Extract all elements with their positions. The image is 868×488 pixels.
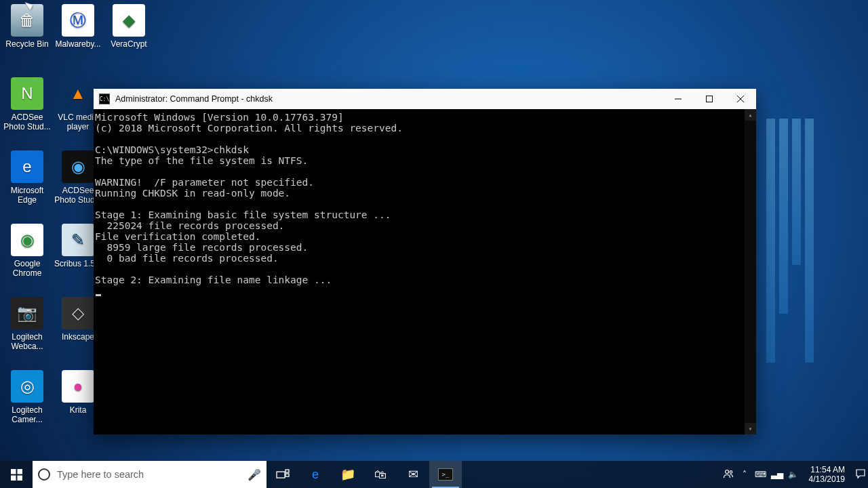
svg-rect-9 [285, 470, 289, 472]
desktop-icon-recycle-bin[interactable]: 🗑Recycle Bin [2, 4, 52, 49]
terminal-line: 225024 file records processed. [95, 220, 756, 231]
app-icon: N [11, 77, 43, 110]
icon-label: VeraCrypt [104, 39, 154, 49]
desktop-icon-logitech-webca-[interactable]: 📷Logitech Webca... [2, 297, 52, 351]
terminal-line [95, 264, 756, 274]
terminal-line: 8959 large file records processed. [95, 242, 756, 253]
terminal-line [95, 166, 756, 177]
desktop-icon-google-chrome[interactable]: ◉Google Chrome [2, 224, 52, 278]
terminal-line [95, 134, 756, 144]
minimize-button[interactable] [663, 89, 694, 109]
taskbar-mail[interactable]: ✉ [397, 461, 429, 488]
svg-rect-4 [11, 469, 16, 474]
app-icon: ▲ [62, 77, 94, 110]
text-cursor [96, 294, 101, 296]
icon-label: Recycle Bin [2, 39, 52, 49]
terminal-line: Stage 2: Examining file name linkage ... [95, 274, 756, 285]
app-icon: ✎ [62, 224, 94, 256]
mail-icon: ✉ [408, 467, 418, 482]
app-icon: ◇ [62, 297, 94, 329]
taskbar-store[interactable]: 🛍 [364, 461, 397, 488]
taskbar-cmd-prompt[interactable]: >_ [429, 461, 462, 488]
desktop-icon-microsoft-edge[interactable]: eMicrosoft Edge [2, 150, 52, 205]
clock[interactable]: 11:54 AM 4/13/2019 [804, 465, 850, 484]
edge-icon: e [312, 468, 319, 482]
taskbar-file-explorer[interactable]: 📁 [332, 461, 364, 488]
terminal-line [95, 199, 756, 209]
app-icon: Ⓜ [62, 4, 94, 37]
cmd-window[interactable]: C:\ Administrator: Command Prompt - chkd… [94, 89, 756, 434]
desktop-icon-acdsee-photo-stud-[interactable]: NACDSee Photo Stud... [2, 77, 52, 131]
scroll-down-icon[interactable]: ▾ [745, 423, 756, 434]
search-box[interactable]: Type here to search 🎤 [33, 461, 267, 488]
wallpaper-decoration [766, 119, 814, 363]
svg-rect-6 [11, 475, 16, 481]
app-icon: ◆ [113, 4, 145, 37]
terminal-line: Stage 1: Examining basic file system str… [95, 209, 756, 220]
clock-time: 11:54 AM [809, 465, 845, 474]
maximize-button[interactable] [694, 89, 725, 109]
speaker-icon[interactable]: 🔈 [787, 470, 800, 479]
icon-label: Malwareby... [53, 39, 103, 49]
titlebar[interactable]: C:\ Administrator: Command Prompt - chkd… [94, 89, 756, 109]
icon-label: Logitech Webca... [2, 332, 52, 351]
window-title: Administrator: Command Prompt - chkdsk [115, 94, 663, 104]
store-icon: 🛍 [374, 468, 387, 482]
icon-label: Logitech Camer... [2, 405, 52, 424]
system-tray[interactable]: ˄ ⌨ ▃▅ 🔈 11:54 AM 4/13/2019 [722, 461, 868, 488]
task-view-icon [276, 469, 290, 480]
icon-label: Microsoft Edge [2, 186, 52, 205]
app-icon: 🗑 [11, 4, 43, 37]
vertical-scrollbar[interactable]: ▴ ▾ [745, 109, 756, 434]
app-icon: ◉ [62, 150, 94, 183]
action-center-icon[interactable] [854, 468, 867, 481]
app-icon: e [11, 150, 43, 183]
app-icon: 📷 [11, 297, 43, 329]
terminal-line: C:\WINDOWS\system32>chkdsk [95, 144, 756, 155]
desktop-icon-malwareby-[interactable]: ⓂMalwareby... [53, 4, 103, 49]
desktop-icon-logitech-camer-[interactable]: ◎Logitech Camer... [2, 370, 52, 424]
terminal-line: File verification completed. [95, 231, 756, 242]
search-icon [38, 468, 50, 481]
mic-icon[interactable]: 🎤 [248, 468, 261, 481]
terminal-line: (c) 2018 Microsoft Corporation. All righ… [95, 123, 756, 134]
file-explorer-icon: 📁 [340, 467, 355, 482]
icon-label: Google Chrome [2, 259, 52, 278]
terminal-line: The type of the file system is NTFS. [95, 155, 756, 166]
terminal-line: Running CHKDSK in read-only mode. [95, 188, 756, 199]
svg-rect-5 [17, 469, 22, 474]
taskbar[interactable]: Type here to search 🎤 e📁🛍✉>_ ˄ ⌨ ▃▅ 🔈 11… [0, 461, 868, 488]
start-button[interactable] [0, 461, 33, 488]
cmd-icon: >_ [438, 468, 453, 481]
taskbar-edge[interactable]: e [299, 461, 332, 488]
svg-rect-7 [17, 475, 22, 481]
network-icon[interactable]: ▃▅ [771, 470, 783, 479]
search-placeholder: Type here to search [57, 469, 241, 480]
scroll-up-icon[interactable]: ▴ [745, 109, 756, 121]
people-icon[interactable] [722, 468, 734, 481]
tray-up-icon[interactable]: ˄ [738, 470, 751, 479]
desktop-icon-veracrypt[interactable]: ◆VeraCrypt [104, 4, 154, 49]
svg-point-11 [725, 470, 728, 473]
terminal-line: 0 bad file records processed. [95, 253, 756, 264]
svg-rect-8 [277, 472, 285, 478]
terminal-line: WARNING! /F parameter not specified. [95, 177, 756, 188]
cmd-icon: C:\ [99, 94, 110, 104]
terminal-output[interactable]: Microsoft Windows [Version 10.0.17763.37… [94, 109, 756, 434]
clock-date: 4/13/2019 [809, 474, 845, 484]
icon-label: ACDSee Photo Stud... [2, 113, 52, 131]
terminal-line: Microsoft Windows [Version 10.0.17763.37… [95, 112, 756, 123]
app-icon: ◉ [11, 224, 43, 256]
svg-rect-1 [707, 96, 713, 102]
close-button[interactable] [725, 89, 756, 109]
scroll-track[interactable] [745, 121, 756, 423]
windows-logo-icon [11, 469, 22, 481]
app-icon: ● [62, 370, 94, 403]
svg-rect-10 [285, 474, 289, 476]
svg-point-12 [730, 470, 732, 473]
taskbar-task-view[interactable] [267, 461, 299, 488]
app-icon: ◎ [11, 370, 43, 403]
keyboard-icon[interactable]: ⌨ [755, 470, 767, 479]
